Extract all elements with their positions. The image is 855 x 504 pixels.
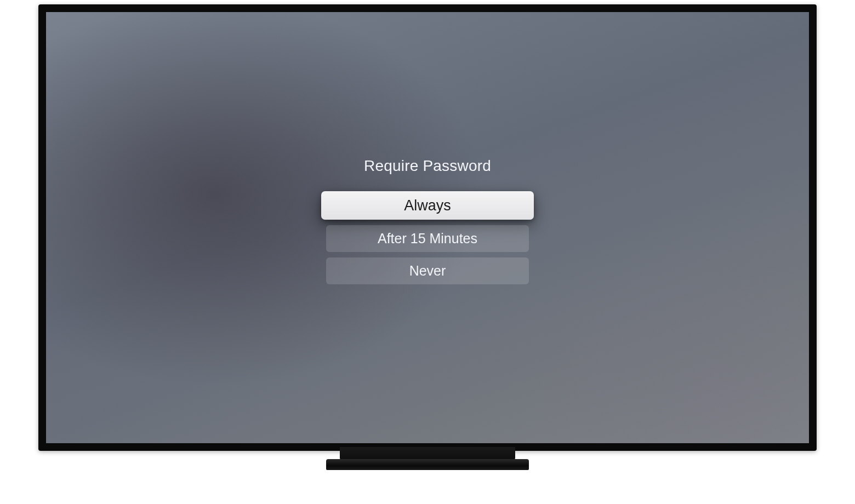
option-never[interactable]: Never — [326, 257, 529, 284]
option-always[interactable]: Always — [321, 191, 534, 220]
tv-bezel: Require Password Always After 15 Minutes… — [38, 4, 817, 451]
option-label: After 15 Minutes — [378, 231, 477, 247]
tv-screen: Require Password Always After 15 Minutes… — [46, 12, 809, 443]
tv-stand-base — [326, 459, 529, 470]
dialog-title: Require Password — [364, 157, 491, 175]
option-after-15-minutes[interactable]: After 15 Minutes — [326, 225, 529, 252]
option-list: Always After 15 Minutes Never — [318, 191, 537, 284]
tv-stand — [326, 447, 529, 470]
option-label: Always — [404, 197, 451, 214]
require-password-dialog: Require Password Always After 15 Minutes… — [318, 157, 537, 284]
option-label: Never — [409, 263, 446, 279]
tv-frame: Require Password Always After 15 Minutes… — [38, 4, 817, 470]
